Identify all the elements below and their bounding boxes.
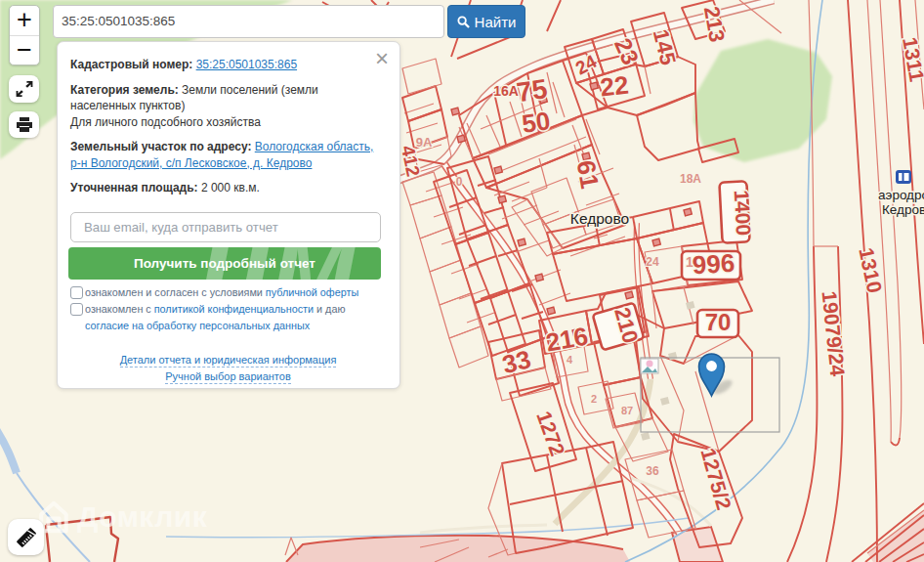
svg-text:4: 4: [567, 354, 573, 366]
svg-text:87: 87: [621, 405, 633, 416]
svg-text:Кедров: Кедров: [882, 202, 924, 217]
svg-text:1: 1: [686, 254, 693, 270]
svg-text:аэродро: аэродро: [878, 188, 924, 202]
svg-text:1400: 1400: [731, 190, 755, 237]
svg-text:70: 70: [705, 309, 732, 335]
svg-text:18А: 18А: [680, 172, 701, 186]
svg-text:75: 75: [515, 73, 549, 108]
svg-text:16А: 16А: [493, 83, 519, 99]
svg-text:0: 0: [456, 175, 463, 189]
svg-text:61: 61: [571, 158, 606, 192]
svg-text:50: 50: [520, 106, 552, 139]
svg-text:24: 24: [646, 255, 659, 269]
svg-text:996: 996: [692, 248, 735, 280]
svg-text:9А: 9А: [416, 135, 433, 150]
svg-text:22: 22: [599, 70, 630, 103]
svg-text:36: 36: [646, 464, 659, 478]
svg-text:2: 2: [591, 393, 597, 405]
svg-text:Кедрово: Кедрово: [570, 210, 629, 227]
